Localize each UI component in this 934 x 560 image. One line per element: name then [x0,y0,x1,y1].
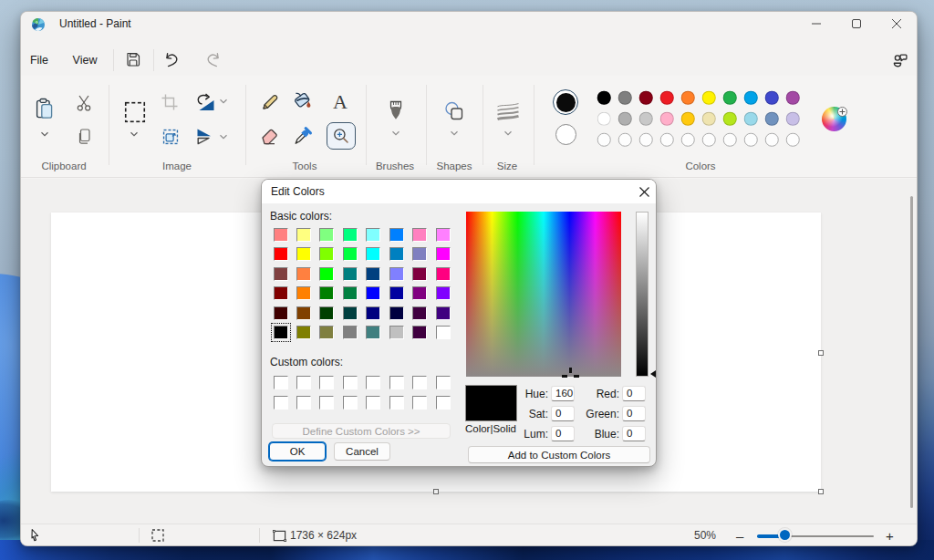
custom-color-swatch[interactable] [296,376,311,389]
text-tool[interactable]: A [331,93,349,111]
resize-handle-right[interactable] [818,350,824,356]
basic-color-swatch[interactable] [436,247,451,261]
zoom-in-button[interactable]: + [886,524,894,546]
basic-color-swatch[interactable] [343,228,358,242]
palette-swatch[interactable] [744,112,758,126]
palette-swatch[interactable] [597,133,611,147]
basic-color-swatch[interactable] [296,326,311,339]
basic-color-swatch[interactable] [389,267,404,281]
rotate-dropdown-chevron[interactable] [220,99,228,104]
background-color[interactable] [555,124,576,145]
custom-color-swatch[interactable] [274,376,288,389]
palette-swatch[interactable] [786,112,800,126]
fill-tool[interactable] [292,91,314,111]
flip-button[interactable] [194,128,213,146]
palette-swatch[interactable] [702,112,716,126]
color-picker-tool[interactable] [293,126,313,146]
paste-button[interactable] [35,98,55,121]
basic-color-swatch[interactable] [296,267,311,281]
basic-color-swatch[interactable] [319,247,334,261]
basic-color-swatch[interactable] [366,306,380,320]
basic-color-swatch[interactable] [343,306,358,320]
custom-color-swatch[interactable] [412,376,427,389]
custom-color-swatch[interactable] [274,396,288,410]
basic-color-swatch[interactable] [366,267,380,281]
menu-file[interactable]: File [21,45,57,76]
brushes-button[interactable] [389,100,403,122]
menu-view[interactable]: View [57,45,112,76]
basic-color-swatch[interactable] [343,286,358,300]
palette-swatch[interactable] [618,112,632,126]
eraser-tool[interactable] [260,127,280,145]
red-field[interactable]: 0 [622,386,646,401]
palette-swatch[interactable] [723,133,737,147]
basic-color-swatch[interactable] [412,228,427,242]
foreground-color[interactable] [553,89,578,115]
palette-swatch[interactable] [597,91,611,105]
basic-color-swatch[interactable] [389,306,404,320]
lum-field[interactable]: 0 [551,426,575,441]
copy-button[interactable] [76,128,92,146]
basic-color-swatch[interactable] [319,326,334,339]
basic-color-swatch[interactable] [366,286,380,300]
custom-color-swatch[interactable] [366,376,380,389]
palette-swatch[interactable] [723,91,737,105]
basic-color-swatch[interactable] [296,286,311,300]
basic-color-swatch[interactable] [366,228,380,242]
vertical-scrollbar[interactable] [910,196,913,508]
basic-color-swatch[interactable] [296,247,311,261]
palette-swatch[interactable] [639,91,653,105]
palette-swatch[interactable] [660,112,674,126]
palette-swatch[interactable] [681,91,695,105]
palette-swatch[interactable] [618,91,632,105]
basic-color-swatch[interactable] [436,228,451,242]
palette-swatch[interactable] [639,112,653,126]
basic-color-swatch[interactable] [296,306,311,320]
basic-color-swatch[interactable] [366,247,380,261]
basic-color-swatch[interactable] [412,326,427,339]
custom-color-swatch[interactable] [343,396,358,410]
basic-color-swatch[interactable] [436,306,451,320]
palette-swatch[interactable] [618,133,632,147]
flip-dropdown-chevron[interactable] [220,134,228,140]
paste-dropdown-chevron[interactable] [41,131,49,137]
basic-color-swatch[interactable] [319,228,334,242]
cut-button[interactable] [75,94,93,112]
custom-color-swatch[interactable] [319,376,334,389]
palette-swatch[interactable] [786,133,800,147]
maximize-button[interactable] [836,12,877,36]
basic-color-swatch[interactable] [343,247,358,261]
palette-swatch[interactable] [660,91,674,105]
palette-swatch[interactable] [786,91,800,105]
custom-color-swatch[interactable] [343,376,358,389]
hue-sat-gradient[interactable] [466,212,621,377]
save-button[interactable] [125,51,143,69]
basic-color-swatch[interactable] [274,306,288,320]
basic-color-swatch[interactable] [389,228,404,242]
palette-swatch[interactable] [744,133,758,147]
basic-color-swatch[interactable] [319,306,334,320]
palette-swatch[interactable] [744,91,758,105]
close-button[interactable] [877,12,917,36]
palette-swatch[interactable] [681,112,695,126]
basic-color-swatch[interactable] [412,286,427,300]
basic-color-swatch[interactable] [274,247,288,261]
basic-color-swatch[interactable] [274,228,288,242]
basic-color-swatch[interactable] [319,286,334,300]
luminance-slider-arrow[interactable] [650,368,657,379]
basic-color-swatch[interactable] [436,286,451,300]
basic-color-swatch[interactable] [366,326,380,339]
select-button[interactable] [125,102,146,123]
hue-field[interactable]: 160 [551,386,575,401]
sat-field[interactable]: 0 [551,406,575,421]
custom-color-swatch[interactable] [412,396,427,410]
size-button[interactable] [496,101,520,121]
custom-color-swatch[interactable] [319,396,334,410]
pencil-tool[interactable] [261,93,279,111]
redo-button[interactable] [203,51,222,69]
rotate-button[interactable] [195,93,215,111]
resize-button[interactable] [163,130,179,145]
green-field[interactable]: 0 [622,406,646,421]
palette-swatch[interactable] [765,91,779,105]
dialog-close-button[interactable] [632,180,656,203]
